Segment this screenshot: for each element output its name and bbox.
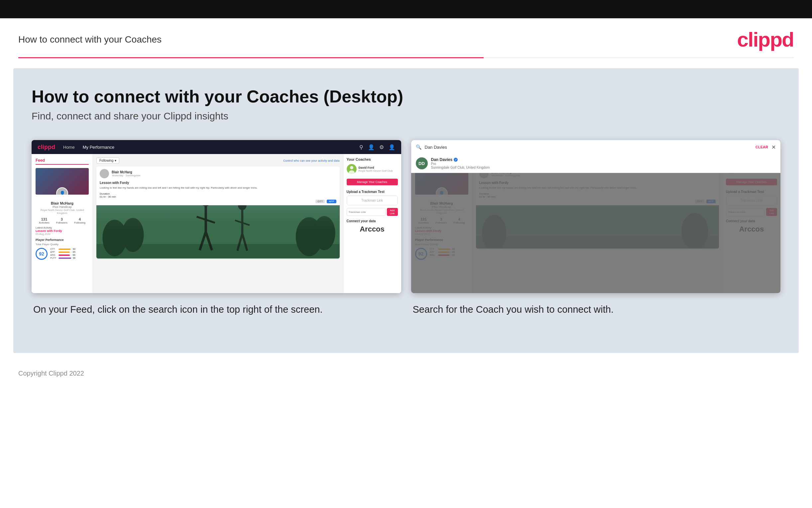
profile-hero-1: 👤 <box>36 168 89 195</box>
header: How to connect with your Coaches clippd <box>0 18 812 57</box>
bar-ott: OTT 90 <box>50 248 89 250</box>
close-search-icon[interactable]: ✕ <box>771 144 776 151</box>
app-nav-1: clippd Home My Performance ⚲ 👤 ⚙ 👤 <box>32 140 401 154</box>
main-content: How to connect with your Coaches (Deskto… <box>13 68 799 353</box>
svg-point-18 <box>350 166 353 169</box>
post-meta-1: Yesterday · Sunningdale <box>112 174 140 177</box>
post-duration-1: Duration 01 hr : 30 min <box>96 191 340 200</box>
footer: Copyright Clippd 2022 <box>0 363 812 384</box>
clippd-logo: clippd <box>737 28 794 51</box>
coaches-title-1: Your Coaches <box>347 157 398 161</box>
badge-app: APP <box>327 200 336 203</box>
main-heading: How to connect with your Coaches (Deskto… <box>32 86 780 107</box>
following-bar-1: Following ▾ Control who can see your act… <box>96 157 340 164</box>
player-performance-1: Player Performance Total Player Quality … <box>36 238 89 260</box>
badge-ott: OTT <box>316 200 325 203</box>
app-body-1: Feed 👤 Blair McHarg Plus Handicap Royal … <box>32 154 401 293</box>
following-dropdown-btn[interactable]: Following ▾ <box>96 157 119 164</box>
trackman-link-box-1: Trackman Link <box>347 196 398 205</box>
post-header-1: Blair McHarg Yesterday · Sunningdale <box>96 166 340 181</box>
mid-panel-1: Following ▾ Control who can see your act… <box>93 154 343 293</box>
profile-club-1: Royal North Devon Golf Club, United King… <box>36 209 89 215</box>
result-role: Pro <box>431 162 490 166</box>
latest-activity-1: Latest Activity Lesson with Fordy 03 Aug… <box>36 226 89 236</box>
user-icon-nav[interactable]: 👤 <box>368 144 375 151</box>
step-2-text: Search for the Coach you wish to connect… <box>413 302 779 316</box>
search-bar-overlay: 🔍 Dan Davies CLEAR ✕ <box>411 140 781 154</box>
bar-app: APP 85 <box>50 251 89 253</box>
right-panel-1: Your Coaches David For <box>343 154 401 293</box>
page-title: How to connect with your Coaches <box>18 34 161 45</box>
coach-club-1: Royal North Devon Golf Club <box>359 169 393 172</box>
main-subheading: Find, connect and share your Clippd insi… <box>32 111 780 122</box>
profile-stats-1: 131 Activities 3 Followers 4 Following <box>36 217 89 224</box>
result-club: Sunningdale Golf Club, United Kingdom <box>431 166 490 169</box>
verified-icon: ✓ <box>454 158 458 162</box>
search-result-item[interactable]: DD Dan Davies ✓ Pro Sunningdale Golf Clu… <box>411 154 781 173</box>
search-query-display[interactable]: Dan Davies <box>425 145 753 150</box>
profile-info-1: Blair McHarg Plus Handicap Royal North D… <box>36 201 89 215</box>
upload-title-1: Upload a Trackman Test <box>347 190 398 194</box>
nav-icons-1: ⚲ 👤 ⚙ 👤 <box>359 144 395 151</box>
post-card-1: Blair McHarg Yesterday · Sunningdale Les… <box>96 166 340 258</box>
bar-arg: ARG 86 <box>50 254 89 256</box>
copyright-text: Copyright Clippd 2022 <box>18 370 84 377</box>
result-name: Dan Davies ✓ <box>431 157 490 162</box>
post-author-1: Blair McHarg <box>112 170 140 174</box>
step-1-description: On your Feed, click on the search icon i… <box>32 293 401 316</box>
nav-link-performance-1[interactable]: My Performance <box>83 145 114 150</box>
svg-rect-6 <box>96 205 340 232</box>
bar-putt: PUTT 96 <box>50 257 89 259</box>
result-info: Dan Davies ✓ Pro Sunningdale Golf Club, … <box>431 157 490 169</box>
trackman-input-row-1: Add Link <box>347 208 398 216</box>
nav-link-home-1[interactable]: Home <box>63 145 75 150</box>
header-divider <box>18 57 794 58</box>
chevron-down-icon: ▾ <box>115 159 116 162</box>
search-overlay: 🔍 Dan Davies CLEAR ✕ DD Dan Davies <box>411 140 781 293</box>
screenshot-1-block: clippd Home My Performance ⚲ 👤 ⚙ 👤 <box>32 140 401 316</box>
connect-title-1: Connect your data <box>347 219 398 223</box>
stat-followers: 3 Followers <box>56 217 67 224</box>
coach-name-1: David Ford <box>359 166 393 169</box>
feed-label-1: Feed <box>36 158 89 165</box>
coach-item-1: David Ford Royal North Devon Golf Club <box>347 164 398 174</box>
post-text-1: Looking to feel like my hands are exitin… <box>96 186 340 189</box>
settings-icon-nav[interactable]: ⚙ <box>379 144 384 151</box>
nav-logo-1: clippd <box>38 144 55 151</box>
top-bar <box>0 0 812 18</box>
search-icon-overlay: 🔍 <box>416 144 422 150</box>
avatar-icon-nav[interactable]: 👤 <box>389 144 395 151</box>
add-link-btn-1[interactable]: Add Link <box>387 208 398 216</box>
profile-handicap-1: Plus Handicap <box>36 205 89 209</box>
screenshots-row: clippd Home My Performance ⚲ 👤 ⚙ 👤 <box>32 140 780 316</box>
post-title-1: Lesson with Fordy <box>96 181 340 185</box>
stat-following: 4 Following <box>74 217 85 224</box>
screenshot-2-block: clippd Home My Performance ⚲ 👤 ⚙ 🔍 Dan D… <box>411 140 781 316</box>
screenshot-2-frame: clippd Home My Performance ⚲ 👤 ⚙ 🔍 Dan D… <box>411 140 781 293</box>
control-link-1[interactable]: Control who can see your activity and da… <box>283 159 340 162</box>
search-icon-nav[interactable]: ⚲ <box>359 144 363 151</box>
screenshot-1-frame: clippd Home My Performance ⚲ 👤 ⚙ 👤 <box>32 140 401 293</box>
quality-score-1: 92 <box>36 248 48 260</box>
post-badges-1: OTT APP <box>96 200 340 205</box>
step-1-text: On your Feed, click on the search icon i… <box>33 302 399 316</box>
step-2-description: Search for the Coach you wish to connect… <box>411 293 781 316</box>
trackman-input-1[interactable] <box>347 208 386 216</box>
stat-activities: 131 Activities <box>39 217 50 224</box>
post-avatar-1 <box>100 169 109 178</box>
left-panel-1: Feed 👤 Blair McHarg Plus Handicap Royal … <box>32 154 93 293</box>
profile-name-1: Blair McHarg <box>36 201 89 205</box>
arccos-logo-1: Arccos <box>347 225 398 234</box>
coach-avatar-1 <box>347 164 356 174</box>
clear-button[interactable]: CLEAR <box>756 145 768 149</box>
post-image-1 <box>96 205 340 258</box>
result-avatar: DD <box>416 157 428 169</box>
manage-coaches-btn-1[interactable]: Manage Your Coaches <box>347 179 398 185</box>
